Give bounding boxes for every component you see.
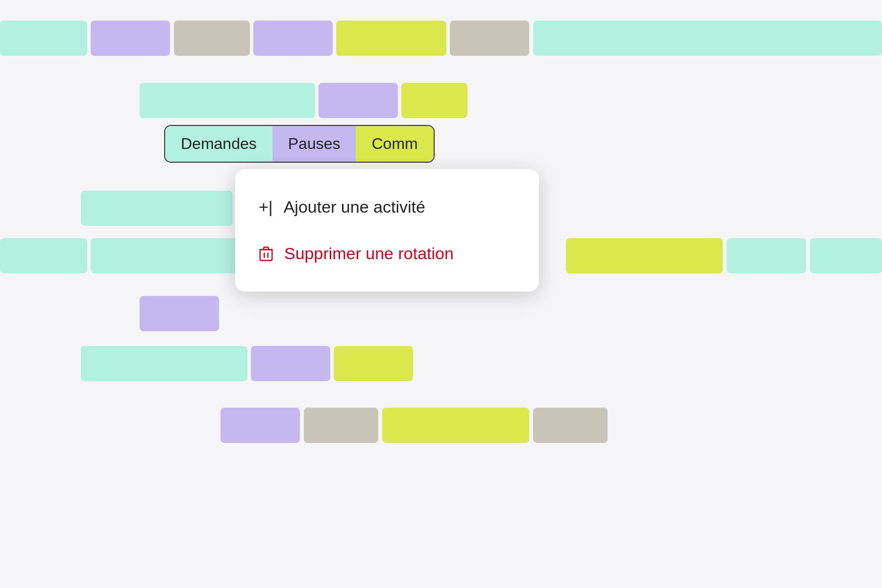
segment	[91, 21, 170, 56]
segment	[336, 21, 446, 56]
add-activity-button[interactable]: +| Ajouter une activité	[235, 184, 539, 230]
svg-rect-0	[260, 249, 272, 260]
segment	[401, 83, 467, 118]
segment	[81, 346, 247, 381]
segment	[0, 21, 87, 56]
segment	[174, 21, 250, 56]
add-activity-label: Ajouter une activité	[284, 197, 425, 217]
segment	[140, 296, 219, 331]
segment	[318, 83, 398, 118]
segment	[253, 21, 333, 56]
delete-rotation-label: Supprimer une rotation	[284, 244, 454, 263]
segment	[220, 408, 300, 443]
legend-pill[interactable]: Demandes Pauses Comm	[164, 125, 435, 163]
segment	[533, 21, 882, 56]
bar-row-7	[0, 396, 882, 455]
segment	[81, 191, 233, 226]
trash-icon	[259, 246, 273, 262]
legend-pauses[interactable]: Pauses	[272, 126, 356, 162]
segment	[533, 408, 608, 443]
segment	[304, 408, 378, 443]
segment	[450, 21, 529, 56]
segment	[334, 346, 413, 381]
segment	[810, 238, 882, 273]
context-menu: +| Ajouter une activité Supprimer une ro…	[235, 169, 539, 292]
legend-comm[interactable]: Comm	[356, 126, 433, 162]
delete-rotation-button[interactable]: Supprimer une rotation	[235, 230, 539, 277]
segment	[251, 346, 330, 381]
segment	[140, 83, 315, 118]
legend-demandes[interactable]: Demandes	[165, 126, 272, 162]
bar-row-6	[0, 334, 882, 393]
segment	[382, 408, 529, 443]
bar-row-2	[0, 71, 882, 130]
background-rows	[0, 0, 882, 588]
segment	[727, 238, 806, 273]
legend-demandes-label: Demandes	[181, 135, 257, 152]
segment	[566, 238, 723, 273]
legend-pauses-label: Pauses	[288, 135, 341, 152]
legend-comm-label: Comm	[371, 135, 417, 152]
segment	[0, 238, 87, 273]
add-icon: +|	[259, 197, 273, 217]
bar-row-1	[0, 9, 882, 68]
